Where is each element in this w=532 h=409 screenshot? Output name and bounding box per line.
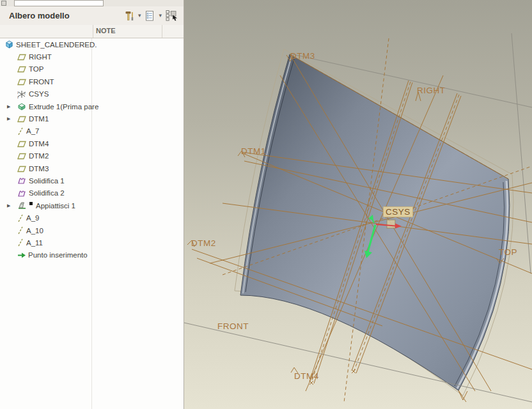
column-separator [162,25,162,38]
insert-arrow-icon [17,252,26,259]
expand-arrow-icon[interactable]: ▶ [7,104,10,109]
column-separator [93,25,93,38]
tree-filters-icon[interactable] [123,10,135,22]
graphics-area[interactable]: DTM3 RIGHT DTM1 CSYS DTM2 TOP FRONT DTM4 [184,0,532,409]
tree-item-a-7[interactable]: A_7 [0,125,184,137]
tree-item-a-9[interactable]: A_9 [0,212,184,224]
solidify-icon [17,176,26,185]
tree-item-dtm1[interactable]: ▶DTM1 [0,112,184,125]
tree-item-dtm4[interactable]: DTM4 [0,137,184,150]
tree-item-label: Extrude 1(Prima pare [29,103,98,111]
axis-icon [17,226,24,235]
csys-box [387,220,395,228]
datum-label-dtm2[interactable]: DTM2 [191,238,216,248]
tree-item-solidifica-2[interactable]: Solidifica 2 [0,187,184,199]
tree-item-label: CSYS [29,90,49,98]
tree-item-punto-inserimento[interactable]: Punto inserimento [0,249,184,261]
tree-item-label: A_10 [26,227,43,235]
panel-top-strip [0,0,184,6]
tree-item-label: Solidifica 1 [29,177,65,185]
tree-item-extrude-1-prima-pare[interactable]: ▶Extrude 1(Prima pare [0,100,184,112]
datum-label-right[interactable]: RIGHT [417,86,446,95]
datum-plane-icon [17,115,26,123]
cad-window: Albero modello ▾ [0,0,532,409]
model-tree: SHEET_CALENDERED.RIGHTTOPFRONTyzxCSYS▶Ex… [0,38,184,409]
tree-column-header-row: NOTE [0,25,184,38]
tree-item-a-10[interactable]: A_10 [0,224,184,236]
datum-label-top[interactable]: TOP [499,247,517,257]
tree-item-dtm3[interactable]: DTM3 [0,162,184,174]
tree-item-label: DTM1 [29,115,49,123]
tree-item-sheet-calendered[interactable]: SHEET_CALENDERED. [0,38,184,50]
datum-plane-icon [17,65,26,73]
datum-label-dtm4[interactable]: DTM4 [294,371,319,381]
panel-tab-handle[interactable] [14,0,104,6]
columns-dropdown-icon[interactable]: ▾ [159,13,162,19]
feature-marker-icon [29,202,33,205]
panel-dock-button[interactable] [1,1,6,6]
panel-title: Albero modello [9,11,70,20]
tree-item-label: Punto inserimento [28,251,88,259]
tree-item-label: SHEET_CALENDERED. [16,41,97,49]
model-tree-panel: Albero modello ▾ [0,0,184,409]
panel-toolbar: ▾ ▾ [123,10,178,22]
datum-label-dtm1[interactable]: DTM1 [241,146,266,156]
filters-dropdown-icon[interactable]: ▾ [138,13,141,19]
csys-label[interactable]: CSYS [383,206,413,217]
tree-item-top[interactable]: TOP [0,63,184,75]
tree-item-label: DTM2 [29,152,49,160]
tree-item-a-11[interactable]: A_11 [0,236,184,249]
datum-label-front[interactable]: FRONT [217,321,249,331]
datum-plane-icon [17,165,26,173]
extrude-icon [17,102,26,111]
solidify-icon [17,189,26,197]
tree-item-label: A_9 [26,214,39,222]
datum-plane-icon [17,152,26,160]
tree-item-dtm2[interactable]: DTM2 [0,150,184,162]
tree-item-label: Solidifica 2 [29,189,65,197]
datum-plane-icon [17,140,26,148]
tree-item-solidifica-1[interactable]: Solidifica 1 [0,174,184,187]
tree-item-front[interactable]: FRONT [0,75,184,88]
datum-label-dtm3[interactable]: DTM3 [290,51,315,61]
axis-icon [17,214,24,222]
tree-item-label: TOP [29,65,43,73]
tree-item-csys[interactable]: yzxCSYS [0,88,184,100]
tree-settings-icon[interactable] [165,10,178,22]
axis-icon [17,238,24,247]
expand-arrow-icon[interactable]: ▶ [7,203,10,208]
sheet-surface[interactable] [240,54,510,390]
tree-item-label: FRONT [29,78,54,86]
tree-item-appiattisci-1[interactable]: ▶Appiattisci 1 [0,199,184,212]
panel-header: Albero modello ▾ [0,6,184,26]
datum-plane-icon [17,53,26,61]
tree-item-label: DTM4 [29,140,49,148]
model-view [184,0,532,409]
tree-item-label: RIGHT [29,53,52,61]
tree-columns-icon[interactable] [144,10,155,22]
expand-arrow-icon[interactable]: ▶ [7,116,10,121]
tree-item-right[interactable]: RIGHT [0,50,184,63]
datum-plane-icon [17,78,26,86]
axis-icon [17,127,24,135]
cube-icon [5,40,13,49]
note-column-header: NOTE [96,27,116,35]
tree-item-label: Appiattisci 1 [36,202,75,210]
flatten-icon [17,201,27,210]
tree-item-label: A_7 [26,127,39,135]
tree-item-label: A_11 [26,239,43,247]
tree-item-label: DTM3 [29,165,49,173]
csys-icon: yzx [17,90,26,98]
